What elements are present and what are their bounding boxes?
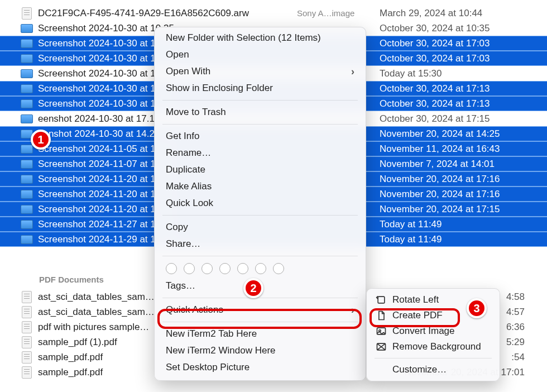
tag-dot[interactable] (201, 263, 213, 274)
file-date: October 30, 2024 at 17:03 (380, 38, 547, 49)
file-date: October 30, 2024 at 17:13 (380, 83, 547, 94)
screenshot-icon (21, 220, 33, 229)
ctx-copy[interactable]: Copy (155, 219, 366, 236)
ctx-quick-actions[interactable]: Quick Actions › (155, 302, 366, 318)
sub-convert-image-label: Convert Image (392, 326, 455, 337)
screenshot-icon (21, 160, 33, 169)
row-icon-cell (19, 366, 35, 379)
sub-create-pdf-label: Create PDF (392, 310, 443, 321)
svg-rect-0 (378, 297, 385, 303)
ctx-open-with[interactable]: Open With › (155, 63, 366, 80)
pdf-icon (22, 351, 32, 364)
pdf-icon (22, 336, 32, 348)
ctx-tags-label: Tags… (166, 280, 195, 292)
row-icon-cell (19, 175, 35, 184)
annotation-badge-2: 2 (243, 278, 263, 298)
ctx-open-label: Open (166, 49, 189, 61)
ctx-rename-label: Rename… (166, 147, 211, 159)
tag-dot[interactable] (166, 263, 177, 274)
file-date: November 20, 2024 at 17:15 (380, 204, 547, 215)
context-menu: New Folder with Selection (12 Items) Ope… (154, 27, 366, 381)
ctx-duplicate-label: Duplicate (166, 164, 205, 176)
file-date: November 11, 2024 at 16:43 (380, 144, 547, 155)
row-icon-cell (19, 160, 35, 169)
ctx-quick-actions-label: Quick Actions (166, 304, 223, 316)
file-date: March 29, 2024 at 10:44 (380, 8, 547, 19)
separator (162, 215, 358, 216)
row-icon-cell (19, 190, 35, 199)
row-icon-cell (19, 306, 35, 318)
screenshot-icon (21, 175, 33, 184)
image-icon (376, 326, 387, 337)
ctx-iterm-tab[interactable]: New iTerm2 Tab Here (155, 326, 366, 342)
ctx-share-label: Share… (166, 238, 200, 250)
ctx-rename[interactable]: Rename… (155, 145, 366, 161)
tag-dot[interactable] (237, 263, 248, 274)
ctx-show-enclosing-label: Show in Enclosing Folder (166, 82, 273, 94)
row-icon-cell (19, 291, 35, 303)
ctx-move-trash[interactable]: Move to Trash (155, 104, 366, 121)
file-date: Today at 15:30 (380, 68, 547, 79)
pdf-icon (22, 321, 32, 333)
ctx-set-desktop[interactable]: Set Desktop Picture (155, 359, 366, 376)
row-icon-cell (19, 351, 35, 364)
tag-dot[interactable] (255, 263, 266, 274)
file-icon (22, 7, 32, 20)
file-date: November 20, 2024 at 17:16 (380, 174, 547, 185)
file-date: October 30, 2024 at 17:03 (380, 53, 547, 64)
ctx-new-folder-label: New Folder with Selection (12 Items) (166, 32, 321, 44)
row-icon-cell (19, 321, 35, 333)
row-icon-cell (19, 69, 35, 78)
ctx-iterm-window-label: New iTerm2 Window Here (166, 345, 276, 357)
screenshot-icon (21, 54, 33, 63)
pdf-icon (22, 291, 32, 303)
pdf-icon (22, 366, 32, 379)
ctx-duplicate[interactable]: Duplicate (155, 161, 366, 178)
row-icon-cell (19, 235, 35, 244)
row-icon-cell (19, 114, 35, 123)
sub-customize[interactable]: Customize… (367, 362, 500, 377)
row-icon-cell (19, 205, 35, 214)
separator (162, 124, 358, 125)
chevron-right-icon: › (351, 304, 354, 316)
row-icon-cell (19, 336, 35, 348)
sub-convert-image[interactable]: Convert Image (367, 323, 500, 339)
tag-dot[interactable] (184, 263, 195, 274)
ctx-share[interactable]: Share… (155, 236, 366, 252)
ctx-get-info[interactable]: Get Info (155, 128, 366, 145)
screenshot-icon (21, 190, 33, 199)
annotation-badge-3: 3 (467, 298, 487, 318)
ctx-quick-look-label: Quick Look (166, 197, 213, 209)
sub-remove-bg-label: Remove Background (392, 341, 481, 352)
ctx-iterm-tab-label: New iTerm2 Tab Here (166, 328, 257, 340)
separator (162, 256, 358, 256)
file-date: October 30, 2024 at 17:15 (380, 113, 547, 125)
pdf-icon (22, 306, 32, 318)
ctx-new-folder[interactable]: New Folder with Selection (12 Items) (155, 30, 366, 46)
document-icon (376, 310, 387, 321)
screenshot-icon (21, 69, 33, 78)
remove-bg-icon (376, 341, 387, 352)
ctx-tag-colors (155, 260, 366, 278)
ctx-make-alias[interactable]: Make Alias (155, 178, 366, 195)
ctx-get-info-label: Get Info (166, 130, 199, 142)
separator (375, 358, 492, 358)
ctx-copy-label: Copy (166, 221, 188, 233)
ctx-quick-look[interactable]: Quick Look (155, 195, 366, 212)
ctx-iterm-window[interactable]: New iTerm2 Window Here (155, 342, 366, 359)
sub-remove-background[interactable]: Remove Background (367, 339, 500, 355)
tag-dot[interactable] (273, 263, 284, 274)
row-icon-cell (19, 220, 35, 229)
file-name: DC21F9CA-F495-4741-9A29-E16A8562C609.arw (35, 8, 297, 19)
ctx-make-alias-label: Make Alias (166, 180, 212, 193)
tag-dot[interactable] (219, 263, 231, 274)
file-date: Today at 11:49 (380, 234, 547, 245)
separator (162, 322, 358, 322)
screenshot-icon (21, 205, 33, 214)
row-icon-cell (19, 39, 35, 48)
screenshot-icon (21, 114, 33, 123)
screenshot-icon (21, 39, 33, 48)
ctx-open[interactable]: Open (155, 46, 366, 63)
ctx-show-enclosing[interactable]: Show in Enclosing Folder (155, 80, 366, 97)
file-row[interactable]: DC21F9CA-F495-4741-9A29-E16A8562C609.arw… (0, 6, 547, 21)
